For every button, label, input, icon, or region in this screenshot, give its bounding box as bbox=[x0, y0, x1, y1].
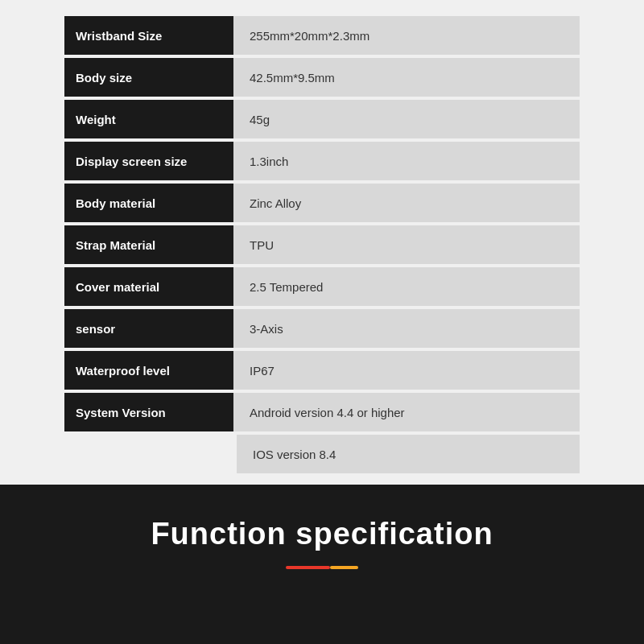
value-wristband-size: 255mm*20mm*2.3mm bbox=[233, 16, 580, 55]
table-row: Waterproof level IP67 bbox=[64, 351, 580, 390]
value-waterproof-level: IP67 bbox=[233, 351, 580, 390]
value-strap-material: TPU bbox=[233, 225, 580, 264]
label-sensor: sensor bbox=[64, 309, 233, 348]
label-system-version: System Version bbox=[64, 393, 233, 431]
underline-red bbox=[286, 566, 330, 569]
title-underline bbox=[286, 566, 358, 569]
label-strap-material: Strap Material bbox=[64, 225, 233, 264]
value-android-version: Android version 4.4 or higher bbox=[233, 393, 580, 431]
footer-section: Function specification bbox=[0, 485, 644, 585]
label-body-material: Body material bbox=[64, 184, 233, 222]
table-row: Weight 45g bbox=[64, 100, 580, 138]
label-wristband-size: Wristband Size bbox=[64, 16, 233, 55]
label-waterproof-level: Waterproof level bbox=[64, 351, 233, 390]
table-row: Wristband Size 255mm*20mm*2.3mm bbox=[64, 16, 580, 55]
value-display-screen-size: 1.3inch bbox=[233, 142, 580, 180]
value-weight: 45g bbox=[233, 100, 580, 138]
label-display-screen-size: Display screen size bbox=[64, 142, 233, 180]
table-row: System Version Android version 4.4 or hi… bbox=[64, 393, 580, 431]
value-ios-version: IOS version 8.4 bbox=[237, 435, 580, 473]
label-cover-material: Cover material bbox=[64, 267, 233, 306]
label-body-size: Body size bbox=[64, 58, 233, 97]
value-sensor: 3-Axis bbox=[233, 309, 580, 348]
table-row: Body size 42.5mm*9.5mm bbox=[64, 58, 580, 97]
table-row: Body material Zinc Alloy bbox=[64, 184, 580, 222]
underline-yellow bbox=[330, 566, 358, 569]
label-weight: Weight bbox=[64, 100, 233, 138]
table-row: Display screen size 1.3inch bbox=[64, 142, 580, 180]
table-row: Cover material 2.5 Tempered bbox=[64, 267, 580, 306]
table-row: Strap Material TPU bbox=[64, 225, 580, 264]
value-cover-material: 2.5 Tempered bbox=[233, 267, 580, 306]
function-spec-title: Function specification bbox=[151, 517, 493, 551]
value-body-size: 42.5mm*9.5mm bbox=[233, 58, 580, 97]
value-body-material: Zinc Alloy bbox=[233, 184, 580, 222]
specs-section: Wristband Size 255mm*20mm*2.3mm Body siz… bbox=[0, 0, 644, 485]
table-row: sensor 3-Axis bbox=[64, 309, 580, 348]
